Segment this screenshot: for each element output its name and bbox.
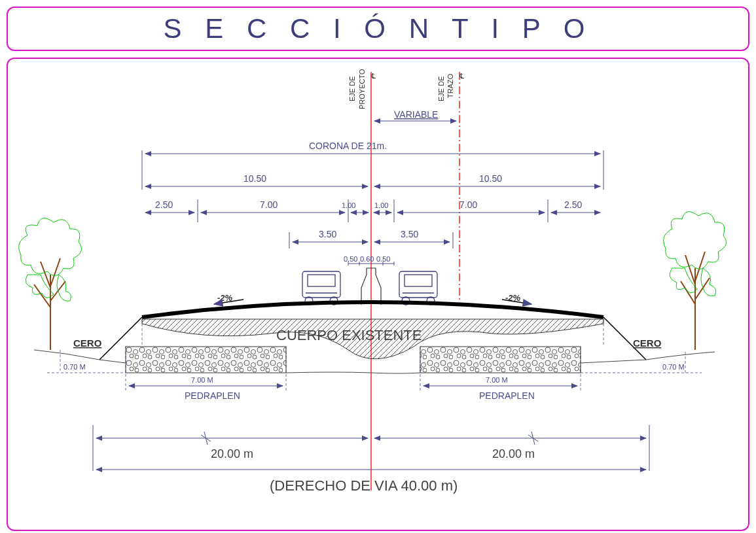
car-icon <box>302 271 340 305</box>
label-pedraplen-left: PEDRAPLEN <box>185 390 240 401</box>
dim-half-right: 10.50 <box>479 173 502 184</box>
svg-line-85 <box>695 252 705 281</box>
svg-line-79 <box>41 262 50 288</box>
section-svg: EJE DE PROYECTO EJE DE TRAZO ℄ ℄ VARIABL… <box>8 59 738 504</box>
svg-text:PROYECTO: PROYECTO <box>358 69 366 109</box>
svg-text:3.50: 3.50 <box>401 229 418 239</box>
pedraplen-right <box>420 347 581 373</box>
label-pedraplen-right: PEDRAPLEN <box>479 390 535 401</box>
svg-text:3.50: 3.50 <box>319 229 336 239</box>
svg-rect-47 <box>302 271 340 298</box>
tree-icon <box>19 218 82 350</box>
road-surface <box>142 302 603 317</box>
pedraplen-left <box>126 347 286 373</box>
dim-corona: CORONA DE 21m. <box>309 141 387 151</box>
section-drawing: EJE DE PROYECTO EJE DE TRAZO ℄ ℄ VARIABL… <box>7 58 749 531</box>
svg-text:7.00: 7.00 <box>260 199 278 210</box>
svg-text:7.00: 7.00 <box>459 199 477 210</box>
svg-text:TRAZO: TRAZO <box>446 73 454 98</box>
label-cero-right: CERO <box>633 337 662 349</box>
tree-icon <box>664 212 727 350</box>
svg-text:1.00: 1.00 <box>342 201 355 209</box>
label-cuerpo: CUERPO EXISTENTE <box>276 327 422 343</box>
depth-right: 0.70 M <box>662 363 685 371</box>
svg-text:0.60: 0.60 <box>360 255 374 263</box>
label-cero-left: CERO <box>73 337 102 349</box>
page-title: S E C C I Ó N T I P O <box>164 13 593 44</box>
dim-variable: VARIABLE <box>394 109 438 120</box>
svg-text:0.50: 0.50 <box>344 255 357 263</box>
svg-line-80 <box>50 258 60 286</box>
svg-rect-48 <box>308 275 335 286</box>
dim-right-of-way-total: (DERECHO DE VIA 40.00 m) <box>270 477 458 494</box>
depth-left: 0.70 M <box>63 363 86 371</box>
dim-half-left: 10.50 <box>243 173 266 184</box>
dim-right-of-way-left: 20.00 m <box>211 447 253 460</box>
svg-text:7.00 M: 7.00 M <box>486 376 508 384</box>
svg-text:2.50: 2.50 <box>564 199 582 210</box>
svg-text:℄: ℄ <box>459 72 464 80</box>
svg-text:0.50: 0.50 <box>376 255 390 263</box>
title-panel: S E C C I Ó N T I P O <box>7 7 749 51</box>
axis-label-trazo: EJE DE <box>437 76 445 101</box>
svg-rect-53 <box>405 275 432 286</box>
dim-right-of-way-right: 20.00 m <box>492 447 535 460</box>
svg-text:1.00: 1.00 <box>374 201 388 209</box>
axis-label-proyecto: EJE DE <box>348 76 356 101</box>
svg-rect-52 <box>399 271 437 298</box>
svg-text:℄: ℄ <box>370 72 376 80</box>
svg-line-83 <box>695 278 710 300</box>
svg-text:2.50: 2.50 <box>155 199 173 210</box>
svg-text:7.00 M: 7.00 M <box>191 376 213 384</box>
car-icon <box>399 271 437 305</box>
